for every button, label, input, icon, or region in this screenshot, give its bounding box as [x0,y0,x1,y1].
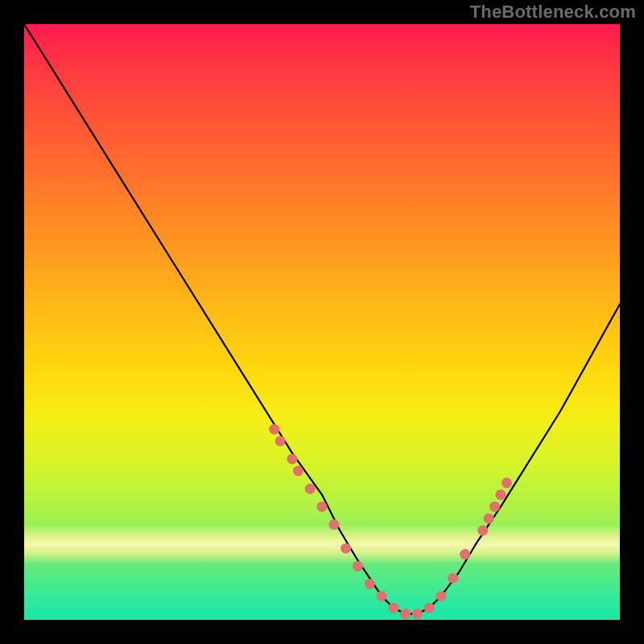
curve-layer [24,24,620,620]
highlight-dot [293,466,303,477]
plot-area [24,24,620,620]
highlight-dot [269,424,279,435]
watermark-label: TheBottleneck.com [470,2,636,23]
highlight-dot [317,502,328,512]
highlight-dot [436,591,447,601]
highlight-dot [400,609,411,619]
highlight-dot [460,549,470,559]
highlight-dot [328,519,339,530]
highlight-dot [305,484,316,494]
highlight-dot [496,489,506,500]
highlight-dot [377,591,387,601]
highlight-dot [448,573,458,584]
highlight-dot [287,454,298,464]
highlight-dot [412,609,423,619]
highlight-dot [502,477,512,488]
highlight-dot [489,502,500,512]
highlight-dot [477,526,488,536]
highlight-dot [365,579,375,589]
highlight-dot [484,514,494,524]
highlight-dot [353,561,363,572]
highlight-dot [388,603,398,613]
bottleneck-curve [24,24,620,614]
highlight-dots-group [269,424,512,619]
highlight-dot [341,543,351,554]
highlight-dot [275,436,286,447]
chart-frame: TheBottleneck.com [0,0,644,644]
highlight-dot [424,603,435,613]
